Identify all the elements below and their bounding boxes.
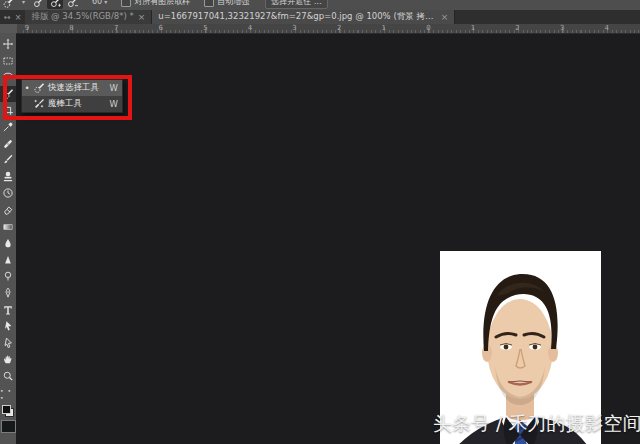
selection-add-mode-button[interactable] <box>47 0 63 9</box>
hand-icon <box>2 353 14 365</box>
pen-tool[interactable] <box>0 285 16 301</box>
close-icon[interactable]: × <box>138 12 146 22</box>
quick-selection-tool[interactable] <box>0 86 16 102</box>
ruler-label: 8 <box>69 24 73 32</box>
shortcut-key: W <box>110 99 118 109</box>
path-selection-tool[interactable] <box>0 318 16 334</box>
type-icon <box>2 304 14 316</box>
menu-item-label: 快速选择工具 <box>48 82 107 94</box>
auto-enhance-checkbox[interactable]: 自动增强 <box>204 0 249 7</box>
chevron-down-icon: ▾ <box>104 0 107 5</box>
quick-selection-icon <box>33 82 45 94</box>
checkbox-icon[interactable] <box>121 0 131 7</box>
move-tool[interactable] <box>0 36 16 52</box>
brush-size-control[interactable]: 60 ▾ <box>92 0 107 6</box>
gradient-icon <box>2 221 14 233</box>
lasso-icon <box>2 71 14 83</box>
history-brush-icon <box>2 187 14 199</box>
eraser-icon <box>2 204 14 216</box>
checkbox-icon[interactable] <box>204 0 214 7</box>
auto-enhance-label: 自动增强 <box>217 0 249 7</box>
direct-selection-tool[interactable] <box>0 335 16 351</box>
clone-stamp-tool[interactable] <box>0 169 16 185</box>
spot-healing-tool[interactable] <box>0 136 16 152</box>
zoom-icon <box>2 370 14 382</box>
selection-subtract-mode-button[interactable] <box>64 0 80 9</box>
document-tab-jpg[interactable]: u=1667917041,32321927&fm=27&gp=0.jpg @ 1… <box>152 10 455 24</box>
menu-item-magic-wand-tool[interactable]: 魔棒工具 W <box>22 96 122 112</box>
tab-title: 排版 @ 34.5%(RGB/8*) * <box>31 11 133 23</box>
sample-all-layers-label: 对所有图层取样 <box>134 0 190 7</box>
tab-title: u=1667917041,32321927&fm=27&gp=0.jpg @ 1… <box>158 11 436 23</box>
eraser-tool[interactable] <box>0 202 16 218</box>
shortcut-key: W <box>110 83 118 93</box>
edit-toolbar-ellipsis-icon[interactable]: • • • <box>0 387 16 401</box>
ruler-label: 7 <box>114 24 118 32</box>
ruler-label: 1 <box>471 24 475 32</box>
brush-tool[interactable] <box>0 152 16 168</box>
eyedropper-tool[interactable] <box>0 119 16 135</box>
ruler-label: 1 <box>382 24 386 32</box>
foreground-color-swatch[interactable] <box>2 405 11 414</box>
sample-all-layers-checkbox[interactable]: 对所有图层取样 <box>121 0 190 7</box>
quick-selection-tool-preset-icon[interactable] <box>2 0 18 9</box>
selection-new-mode-button[interactable] <box>30 0 46 9</box>
watermark-text: 头条号 / 禾刀的摄影空间 <box>433 411 640 437</box>
type-tool[interactable] <box>0 302 16 318</box>
gradient-tool[interactable] <box>0 219 16 235</box>
ruler-label: 2 <box>515 24 519 32</box>
marquee-icon <box>2 55 14 67</box>
horizontal-ruler: 98765432101234 <box>17 24 640 34</box>
dodge-tool[interactable] <box>0 268 16 284</box>
ruler-label: 5 <box>203 24 207 32</box>
ruler-label: 4 <box>248 24 252 32</box>
brush-icon <box>2 154 14 166</box>
ruler-label: 0 <box>426 24 430 32</box>
selected-bullet: • <box>24 84 30 93</box>
tab-scroll-icon[interactable]: ↔ <box>4 13 11 22</box>
fg-bg-swatch-icon[interactable] <box>2 405 14 417</box>
ruler-label: 2 <box>337 24 341 32</box>
spot-healing-icon <box>2 138 14 150</box>
quick-selection-flyout-menu: • 快速选择工具 W 魔棒工具 W <box>21 79 123 113</box>
tools-panel: • • • <box>0 33 16 444</box>
close-icon[interactable]: × <box>441 12 449 22</box>
lasso-tool[interactable] <box>0 69 16 85</box>
chevron-down-icon[interactable]: ▾ <box>22 0 25 5</box>
menu-item-label: 魔棒工具 <box>48 98 107 110</box>
path-selection-icon <box>2 320 14 332</box>
direct-selection-icon <box>2 337 14 349</box>
crop-icon <box>2 104 14 116</box>
brush-size-value: 60 <box>92 0 102 6</box>
ruler-label: 3 <box>292 24 296 32</box>
hand-tool[interactable] <box>0 351 16 367</box>
sharpen-icon <box>2 254 14 266</box>
ruler-label: 6 <box>159 24 163 32</box>
ruler-label: 3 <box>560 24 564 32</box>
zoom-tool[interactable] <box>0 368 16 384</box>
menu-item-quick-selection-tool[interactable]: • 快速选择工具 W <box>22 80 122 96</box>
ruler-label: 4 <box>605 24 609 32</box>
sharpen-tool[interactable] <box>0 252 16 268</box>
select-and-mask-button[interactable]: 选择并遮住 … <box>265 0 328 9</box>
blur-tool[interactable] <box>0 235 16 251</box>
history-brush-tool[interactable] <box>0 185 16 201</box>
color-swatch[interactable] <box>1 420 16 433</box>
panel-close-icon[interactable]: × <box>15 13 22 22</box>
document-tab-paiban[interactable]: 排版 @ 34.5%(RGB/8*) * × <box>25 10 152 24</box>
marquee-tool[interactable] <box>0 53 16 69</box>
move-icon <box>2 38 14 50</box>
quick-selection-icon <box>2 88 14 100</box>
blur-icon <box>2 237 14 249</box>
crop-tool[interactable] <box>0 102 16 118</box>
document-tab-bar: ↔ × 排版 @ 34.5%(RGB/8*) * × u=1667917041,… <box>0 10 640 24</box>
magic-wand-icon <box>33 98 45 110</box>
pen-icon <box>2 287 14 299</box>
dodge-icon <box>2 270 14 282</box>
ruler-label: 9 <box>25 24 29 32</box>
eyedropper-icon <box>2 121 14 133</box>
clone-stamp-icon <box>2 171 14 183</box>
